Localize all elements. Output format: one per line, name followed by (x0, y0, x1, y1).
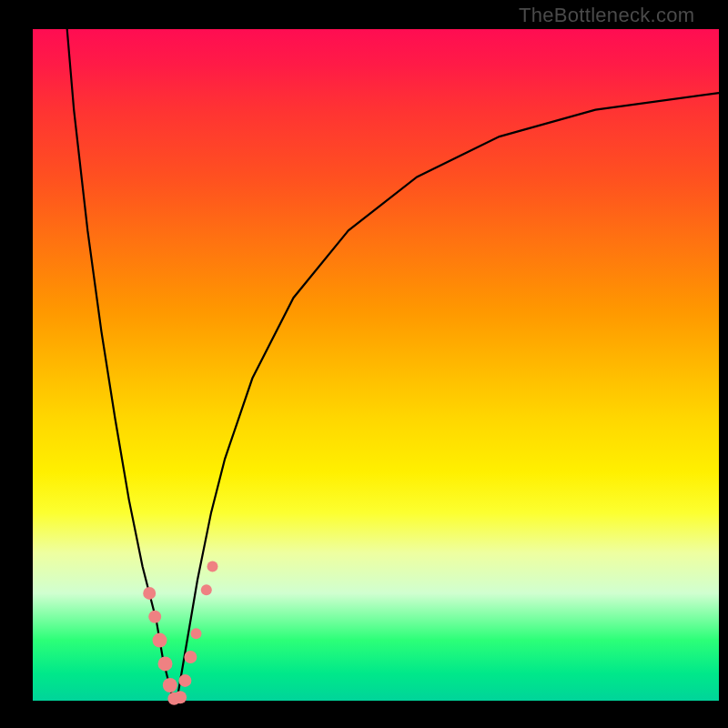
data-beads (143, 561, 217, 704)
data-bead (153, 633, 167, 648)
data-bead (178, 674, 191, 687)
data-bead (163, 678, 177, 693)
curve-left (67, 29, 174, 701)
data-bead (148, 611, 161, 623)
chart-container: TheBottleneck.com (0, 0, 728, 728)
data-bead (207, 561, 218, 571)
watermark-text: TheBottleneck.com (519, 4, 694, 27)
data-bead (158, 656, 173, 671)
data-bead (184, 651, 197, 663)
data-bead (191, 628, 202, 639)
data-bead (174, 691, 187, 703)
data-bead (201, 584, 212, 595)
curve-right (177, 93, 719, 701)
data-bead (143, 587, 156, 600)
chart-curves-layer (0, 0, 728, 728)
